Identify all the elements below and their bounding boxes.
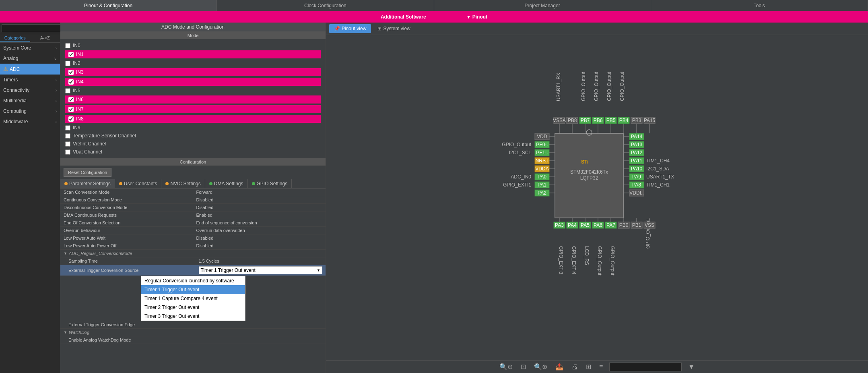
chevron-down-icon: ∨ bbox=[54, 56, 57, 61]
sidebar-tab-bar: Categories A->Z bbox=[0, 34, 60, 43]
in2-checkbox[interactable] bbox=[65, 61, 70, 66]
in8-bar[interactable]: IN8 bbox=[65, 115, 321, 123]
in0-checkbox[interactable] bbox=[65, 43, 70, 48]
svg-text:PB1: PB1 bbox=[632, 222, 641, 228]
tab-atoz[interactable]: A->Z bbox=[30, 34, 60, 42]
right-pin-pa10: PA10 I2C1_SDA bbox=[623, 166, 669, 172]
in3-checkbox[interactable] bbox=[68, 70, 74, 75]
top-pin-pb3: PB3 bbox=[631, 117, 642, 133]
dropdown-item[interactable]: Timer 3 Trigger Out event bbox=[141, 312, 245, 321]
in1-bar[interactable]: IN1 bbox=[65, 50, 321, 58]
in6-checkbox[interactable] bbox=[68, 97, 74, 102]
print-button[interactable]: 🖨 bbox=[570, 363, 579, 371]
tab-dma-settings[interactable]: DMA Settings bbox=[205, 179, 248, 188]
pinout-search-input[interactable] bbox=[609, 363, 682, 371]
bottom-pin-pa4: PA4 GPIO_EXTI4 bbox=[567, 218, 578, 274]
dropdown-item[interactable]: Timer 2 Trigger Out event bbox=[141, 303, 245, 312]
table-row: Low Power Auto Wait Disabled bbox=[60, 234, 326, 242]
nav-clock[interactable]: Clock Configuration bbox=[217, 0, 434, 11]
settings-button[interactable]: ⊞ bbox=[584, 362, 593, 371]
tab-nvic-settings[interactable]: NVIC Settings bbox=[161, 179, 205, 188]
svg-text:PA13: PA13 bbox=[631, 142, 642, 147]
sidebar-item-analog[interactable]: Analog ∨ bbox=[0, 53, 60, 64]
vbat-checkbox[interactable] bbox=[65, 149, 70, 155]
additional-software-btn[interactable]: Additional Software bbox=[373, 14, 434, 20]
svg-text:GPIO_Output: GPIO_Output bbox=[610, 246, 615, 276]
dropdown-item[interactable]: Regular Conversion launched by software bbox=[141, 276, 245, 285]
param-table: Scan Conversion Mode Forward Continuous … bbox=[60, 189, 326, 344]
svg-text:TIM1_CH4: TIM1_CH4 bbox=[646, 158, 670, 164]
dropdown-item[interactable]: Timer 1 Capture Compare 4 event bbox=[141, 294, 245, 303]
svg-text:PB7: PB7 bbox=[580, 118, 590, 123]
config-header: Configuration bbox=[60, 158, 326, 166]
bottom-pin-pb1: PB1 bbox=[631, 218, 642, 228]
chip-package-text: LQFP32 bbox=[580, 175, 598, 181]
sidebar-item-timers[interactable]: Timers › bbox=[0, 75, 60, 85]
svg-text:GPIO_Output: GPIO_Output bbox=[597, 246, 602, 276]
list-button[interactable]: ≡ bbox=[598, 363, 604, 371]
nav-pinout[interactable]: Pinout & Configuration bbox=[0, 0, 217, 11]
chevron-right-icon: › bbox=[56, 46, 57, 50]
top-pin-pb6: PB6 bbox=[592, 117, 604, 133]
tab-gpio-settings[interactable]: GPIO Settings bbox=[248, 179, 292, 188]
second-bar: Additional Software ▼ Pinout bbox=[0, 11, 868, 23]
sidebar-item-adc[interactable]: ⚠ ADC bbox=[0, 64, 60, 75]
trigger-source-select[interactable]: Timer 1 Trigger Out event ▼ bbox=[199, 266, 323, 274]
table-row: Continuous Conversion Mode Disabled bbox=[60, 196, 326, 204]
svg-text:GPIO_EXTI3: GPIO_EXTI3 bbox=[558, 246, 564, 274]
svg-text:PA0: PA0 bbox=[538, 174, 546, 180]
tab-categories[interactable]: Categories bbox=[0, 34, 30, 42]
in9-checkbox[interactable] bbox=[65, 125, 70, 131]
sidebar-item-connectivity[interactable]: Connectivity › bbox=[0, 85, 60, 95]
external-trigger-source-row[interactable]: External Trigger Conversion Source Timer… bbox=[60, 265, 326, 276]
sidebar-item-computing[interactable]: Computing › bbox=[0, 106, 60, 116]
in7-bar[interactable]: IN7 bbox=[65, 105, 321, 113]
reset-config-button[interactable]: Reset Configuration bbox=[64, 168, 111, 177]
export-button[interactable]: 📤 bbox=[554, 362, 565, 371]
temp-sensor-row: Temperature Sensor Channel bbox=[65, 132, 321, 140]
table-row: Overrun behaviour Overrun data overwritt… bbox=[60, 227, 326, 234]
fit-view-button[interactable]: ⊡ bbox=[519, 362, 528, 371]
chevron-right-icon-timers: › bbox=[56, 78, 57, 82]
svg-text:PB4: PB4 bbox=[619, 118, 628, 123]
table-row: External Trigger Conversion Edge bbox=[60, 321, 326, 329]
nav-project-manager[interactable]: Project Manager bbox=[434, 0, 651, 11]
reset-btn-row: Reset Configuration bbox=[60, 166, 326, 179]
sidebar-item-system-core[interactable]: System Core › bbox=[0, 43, 60, 53]
svg-text:PA7: PA7 bbox=[606, 222, 615, 228]
svg-text:PA2: PA2 bbox=[538, 190, 546, 196]
bottom-pin-pa6: PA6 GPIO_Output bbox=[592, 218, 604, 276]
in3-bar[interactable]: IN3 bbox=[65, 68, 321, 76]
nav-tools[interactable]: Tools bbox=[651, 0, 868, 11]
svg-text:GPIO_EXTI4: GPIO_EXTI4 bbox=[571, 246, 577, 274]
left-pin-pf1: PF1-. I2C1_SCL bbox=[509, 149, 555, 156]
tab-parameter-settings[interactable]: Parameter Settings bbox=[60, 179, 115, 188]
temp-sensor-checkbox[interactable] bbox=[65, 133, 70, 139]
sidebar-item-middleware[interactable]: Middleware › bbox=[0, 116, 60, 127]
pinout-view-tab[interactable]: 📌 Pinout view bbox=[329, 24, 371, 33]
mode-content: IN0 IN1 IN2 IN3 bbox=[60, 39, 326, 158]
config-tabs: Parameter Settings User Constants NVIC S… bbox=[60, 179, 326, 189]
zoom-out-button[interactable]: 🔍⊖ bbox=[498, 362, 514, 371]
pinout-btn[interactable]: ▼ Pinout bbox=[458, 14, 496, 20]
in4-bar[interactable]: IN4 bbox=[65, 78, 321, 86]
vrefint-checkbox[interactable] bbox=[65, 141, 70, 147]
dropdown-overlay: Regular Conversion launched by software … bbox=[141, 276, 245, 321]
in1-checkbox[interactable] bbox=[68, 52, 74, 57]
in7-checkbox[interactable] bbox=[68, 107, 74, 112]
svg-text:GPIO_Output: GPIO_Output bbox=[619, 71, 625, 101]
in4-checkbox[interactable] bbox=[68, 79, 74, 85]
in5-checkbox[interactable] bbox=[65, 88, 70, 93]
config-section: Configuration Reset Configuration Parame… bbox=[60, 158, 326, 373]
sidebar-item-multimedia[interactable]: Multimedia › bbox=[0, 95, 60, 106]
right-pin-pa12: PA12 bbox=[623, 149, 644, 156]
svg-text:GPIO_Output: GPIO_Output bbox=[502, 142, 531, 147]
search-input[interactable] bbox=[2, 24, 61, 32]
in6-bar[interactable]: IN6 bbox=[65, 95, 321, 104]
svg-text:PA11: PA11 bbox=[631, 158, 642, 164]
in8-checkbox[interactable] bbox=[68, 116, 74, 122]
zoom-in-button[interactable]: 🔍⊕ bbox=[532, 362, 549, 371]
dropdown-item-selected[interactable]: Timer 1 Trigger Out event bbox=[141, 285, 245, 294]
tab-user-constants[interactable]: User Constants bbox=[115, 179, 162, 188]
system-view-tab[interactable]: ⊞ System view bbox=[373, 24, 415, 33]
